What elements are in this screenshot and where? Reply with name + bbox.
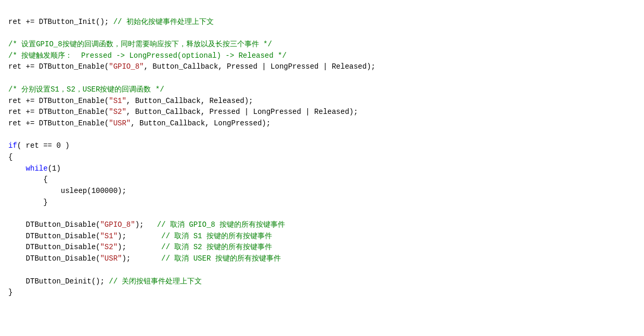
code-line-10: (1)	[48, 164, 61, 173]
code-line-9: ( ret == 0 )	[17, 141, 70, 150]
code-while: while	[26, 164, 48, 173]
code-line-1: ret += DTButton_Init();	[8, 18, 113, 26]
code-comment-s2: // 取消 S2 按键的所有按键事件	[161, 243, 272, 251]
code-brace-close: }	[8, 288, 12, 296]
code-comment-2: /* 设置GPIO_8按键的回调函数，同时需要响应按下，释放以及长按三个事件 *…	[8, 40, 272, 48]
code-brace-while-close: }	[26, 198, 48, 206]
code-disable-s1: DTButton_Disable("S1");	[26, 232, 161, 240]
code-line-8: ret += DTButton_Enable("USR", Button_Cal…	[8, 119, 271, 127]
code-editor: ret += DTButton_Init(); // 初始化按键事件处理上下文 …	[8, 5, 636, 321]
code-comment-s1: // 取消 S1 按键的所有按键事件	[161, 232, 272, 240]
code-comment-gpio8: // 取消 GPIO_8 按键的所有按键事件	[157, 221, 285, 229]
code-line-4: ret += DTButton_Enable("GPIO_8", Button_…	[8, 62, 376, 71]
code-disable-usr: DTButton_Disable("USR");	[26, 254, 161, 263]
code-comment-5: /* 分别设置S1，S2，USER按键的回调函数 */	[8, 85, 164, 94]
code-usleep: usleep(100000);	[52, 187, 126, 195]
code-comment-usr: // 取消 USER 按键的所有按键事件	[161, 254, 281, 263]
code-line-6: ret += DTButton_Enable("S1", Button_Call…	[8, 97, 253, 105]
code-comment-deinit: // 关闭按钮事件处理上下文	[109, 277, 202, 286]
code-deinit: DTButton_Deinit();	[26, 277, 109, 286]
code-disable-gpio8: DTButton_Disable("GPIO_8");	[26, 221, 157, 229]
code-if: if	[8, 141, 17, 150]
code-brace-while: {	[26, 175, 48, 184]
code-disable-s2: DTButton_Disable("S2");	[26, 243, 161, 251]
code-comment-1: // 初始化按键事件处理上下文	[113, 18, 214, 26]
code-brace-open: {	[8, 153, 12, 161]
code-line-7: ret += DTButton_Enable("S2", Button_Call…	[8, 108, 358, 116]
code-comment-3: /* 按键触发顺序： Pressed -> LongPressed(option…	[8, 51, 287, 60]
